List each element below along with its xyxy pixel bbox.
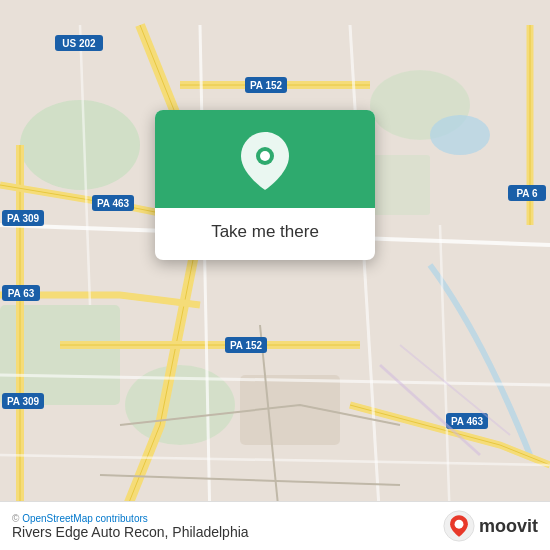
svg-text:PA 309: PA 309 — [7, 396, 40, 407]
svg-text:PA 463: PA 463 — [451, 416, 484, 427]
location-title: Rivers Edge Auto Recon, Philadelphia — [12, 524, 249, 540]
svg-text:PA 152: PA 152 — [230, 340, 263, 351]
take-me-there-button[interactable]: Take me there — [203, 218, 327, 246]
osm-attribution: © OpenStreetMap contributors — [12, 513, 249, 524]
location-pin-icon — [241, 132, 289, 190]
svg-point-29 — [455, 520, 464, 529]
svg-text:US 202: US 202 — [62, 38, 96, 49]
moovit-text: moovit — [479, 516, 538, 537]
popup-card: Take me there — [155, 110, 375, 260]
bottom-left: © OpenStreetMap contributors Rivers Edge… — [12, 513, 249, 540]
map-container: US 202 PA 152 PA 152 PA 463 PA 463 PA 30… — [0, 0, 550, 550]
svg-text:PA 309: PA 309 — [7, 213, 40, 224]
moovit-logo: moovit — [443, 510, 538, 542]
map-background: US 202 PA 152 PA 152 PA 463 PA 463 PA 30… — [0, 0, 550, 550]
popup-text-area: Take me there — [187, 208, 343, 260]
svg-text:PA 463: PA 463 — [97, 198, 130, 209]
osm-link[interactable]: OpenStreetMap contributors — [22, 513, 148, 524]
svg-point-7 — [430, 115, 490, 155]
svg-text:PA 63: PA 63 — [8, 288, 35, 299]
svg-point-1 — [20, 100, 140, 190]
bottom-bar: © OpenStreetMap contributors Rivers Edge… — [0, 501, 550, 550]
moovit-icon — [443, 510, 475, 542]
popup-header — [155, 110, 375, 208]
svg-text:PA 152: PA 152 — [250, 80, 283, 91]
svg-text:PA 6: PA 6 — [516, 188, 538, 199]
svg-point-27 — [260, 151, 270, 161]
